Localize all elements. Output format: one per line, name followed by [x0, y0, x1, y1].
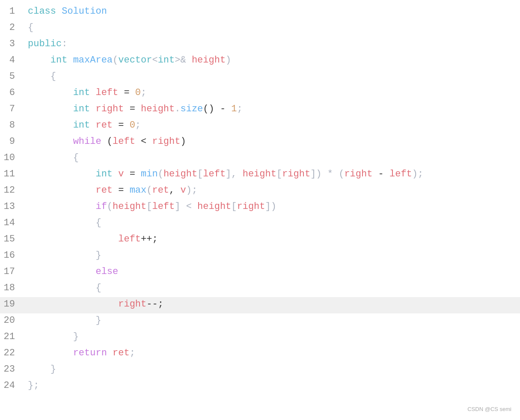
line-number: 21 — [0, 330, 24, 344]
code-line: 2{ — [0, 21, 520, 37]
line-content: } — [24, 313, 520, 328]
line-content: } — [24, 362, 520, 377]
code-token: [ — [231, 201, 237, 212]
code-line: 11 int v = min(height[left], height[righ… — [0, 167, 520, 183]
code-token: height — [141, 104, 175, 114]
code-token: else — [95, 266, 118, 277]
line-content: while (left < right) — [24, 134, 520, 149]
code-token: --; — [146, 299, 163, 310]
line-number: 5 — [0, 69, 24, 84]
code-token: ret — [113, 348, 130, 358]
code-token: } — [95, 315, 101, 326]
code-token: left — [118, 234, 141, 244]
line-content: else — [24, 265, 520, 279]
code-token: public — [28, 39, 62, 49]
code-token: ); — [412, 169, 423, 179]
code-token: height — [163, 169, 197, 179]
code-token: right — [95, 104, 124, 114]
code-token: { — [95, 217, 101, 228]
code-token: maxArea — [73, 55, 113, 66]
line-number: 17 — [0, 265, 24, 279]
line-number: 10 — [0, 151, 24, 165]
code-token: ( — [113, 55, 118, 66]
code-token: } — [95, 250, 101, 261]
code-token: vector — [118, 55, 152, 66]
code-line: 15 left++; — [0, 232, 520, 248]
code-token: ++; — [141, 234, 158, 244]
code-token: class — [28, 6, 62, 17]
code-token: 0 — [130, 120, 135, 131]
code-token: [ — [146, 201, 152, 212]
line-number: 9 — [0, 134, 24, 149]
line-content: int v = min(height[left], height[right])… — [24, 167, 520, 182]
line-number: 7 — [0, 102, 24, 116]
line-number: 8 — [0, 118, 24, 133]
code-token: { — [95, 283, 101, 293]
code-token: height — [113, 201, 146, 212]
code-token: ret — [152, 185, 169, 196]
code-token: right — [118, 299, 146, 310]
code-token: ; — [130, 348, 135, 358]
code-line: 16 } — [0, 248, 520, 265]
line-number: 1 — [0, 4, 24, 19]
code-token: { — [28, 22, 33, 33]
code-token: ); — [186, 185, 197, 196]
code-token: left — [389, 169, 412, 179]
code-token: left — [203, 169, 226, 179]
code-line: 18 { — [0, 281, 520, 297]
line-number: 2 — [0, 21, 24, 35]
code-token: ret — [95, 120, 113, 131]
code-token: ( — [107, 201, 113, 212]
code-token: size — [180, 104, 203, 114]
code-token: ; — [135, 120, 141, 131]
code-line: 17 else — [0, 265, 520, 281]
code-token: < — [152, 55, 157, 66]
code-token: right — [237, 201, 265, 212]
code-token: height — [243, 169, 276, 179]
code-token: 0 — [135, 87, 141, 98]
line-content: int maxArea(vector<int>& height) — [24, 53, 520, 68]
code-token: < — [135, 136, 152, 147]
code-token: left — [95, 87, 118, 98]
line-content: { — [24, 216, 520, 230]
code-token: ) — [226, 55, 231, 66]
line-content: int ret = 0; — [24, 118, 520, 133]
code-token: () - — [203, 104, 231, 114]
code-token: = — [118, 87, 135, 98]
line-content: if(height[left] < height[right]) — [24, 200, 520, 214]
code-line: 7 int right = height.size() - 1; — [0, 102, 520, 118]
code-token: } — [73, 331, 79, 342]
line-number: 19 — [0, 297, 24, 312]
code-token: ; — [141, 87, 146, 98]
code-token: = — [124, 104, 141, 114]
code-line: 19 right--; — [0, 297, 520, 313]
code-line: 12 ret = max(ret, v); — [0, 183, 520, 200]
code-token: ( — [101, 136, 113, 147]
code-token: left — [152, 201, 175, 212]
line-content: { — [24, 21, 520, 35]
line-content: { — [24, 69, 520, 84]
line-content: int left = 0; — [24, 86, 520, 100]
line-content: }; — [24, 378, 520, 393]
code-line: 9 while (left < right) — [0, 134, 520, 151]
code-container: 1class Solution2{3public:4 int maxArea(v… — [0, 0, 520, 420]
line-content: { — [24, 281, 520, 295]
code-token: [ — [197, 169, 203, 179]
code-token: [ — [276, 169, 282, 179]
code-line: 22 return ret; — [0, 346, 520, 362]
code-token: ( — [158, 169, 163, 179]
code-token: ( — [146, 185, 152, 196]
line-number: 15 — [0, 232, 24, 247]
code-token: int — [73, 120, 96, 131]
line-content: class Solution — [24, 4, 520, 19]
line-number: 4 — [0, 53, 24, 68]
code-line: 21 } — [0, 330, 520, 346]
code-token: right — [344, 169, 372, 179]
code-token: v — [180, 185, 186, 196]
code-line: 14 { — [0, 216, 520, 232]
code-token: height — [197, 201, 231, 212]
code-token: while — [73, 136, 101, 147]
code-token: { — [73, 152, 79, 163]
line-content: } — [24, 330, 520, 344]
line-number: 24 — [0, 378, 24, 393]
